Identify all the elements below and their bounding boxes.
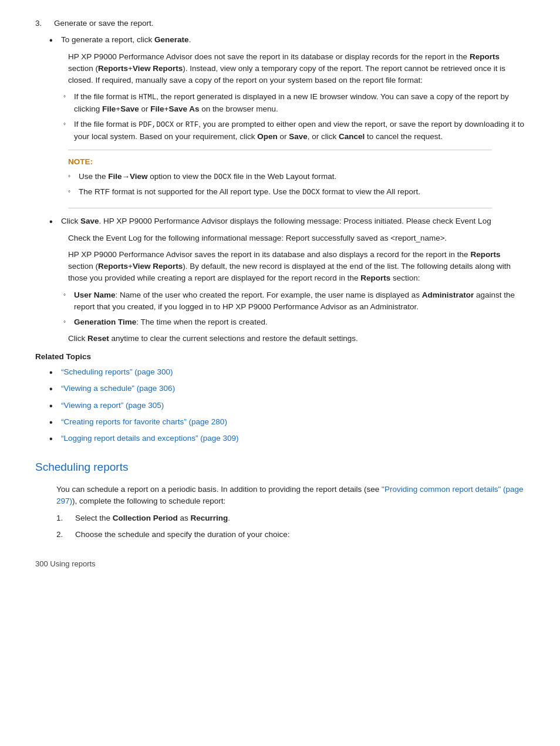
sub-bullet-gentime-text: Generation Time: The time when the repor… <box>74 316 268 328</box>
save-para2: Check the Event Log for the following in… <box>68 232 525 244</box>
circle-gentime: ° <box>63 319 74 328</box>
save-para3: HP XP P9000 Performance Advisor saves th… <box>68 249 525 285</box>
note-label: NOTE: <box>68 156 492 168</box>
circle-pdf: ° <box>63 121 74 143</box>
sched-step-2: 2. Choose the schedule and specify the d… <box>56 529 525 541</box>
reset-line: Click Reset anytime to clear the current… <box>68 333 525 345</box>
sched-step-2-text: Choose the schedule and specify the dura… <box>75 529 289 541</box>
related-bullet-4: • <box>49 416 61 429</box>
sub-bullet-pdf: ° If the file format is PDF,DOCX or RTF,… <box>63 119 525 143</box>
note-box: NOTE: ° Use the File→View option to view… <box>68 150 492 208</box>
sub-bullet-pdf-text: If the file format is PDF,DOCX or RTF, y… <box>74 119 525 143</box>
circle-username: ° <box>63 292 74 313</box>
bullet-save-symbol: • <box>49 215 61 228</box>
sched-step-1: 1. Select the Collection Period as Recur… <box>56 512 525 524</box>
bullet-generate: • To generate a report, click Generate. <box>49 34 525 47</box>
step-3-text: Generate or save the report. <box>54 18 154 29</box>
sched-step-2-num: 2. <box>56 529 75 541</box>
sched-step-1-text: Select the Collection Period as Recurrin… <box>75 512 230 524</box>
bullet-save: • Click Save. HP XP P9000 Performance Ad… <box>49 215 525 228</box>
step-3-number: 3. <box>35 18 54 29</box>
related-bullet-1: • <box>49 366 61 379</box>
scheduling-link[interactable]: "Providing common report details" (page … <box>56 485 524 505</box>
related-link-1[interactable]: • “Scheduling reports” (page 300) <box>49 366 525 379</box>
page-footer: 300 Using reports <box>35 558 525 570</box>
sub-bullet-html-text: If the file format is HTML, the report g… <box>74 91 525 115</box>
page-content: 3. Generate or save the report. • To gen… <box>35 18 525 541</box>
note-item-1: ° Use the File→View option to view the D… <box>68 171 492 183</box>
related-bullet-5: • <box>49 433 61 445</box>
note-item-2: ° The RTF format is not supported for th… <box>68 186 492 198</box>
bullet-save-text: Click Save. HP XP P9000 Performance Advi… <box>61 215 491 228</box>
scheduling-para1: You can schedule a report on a periodic … <box>56 484 525 508</box>
note-item-2-text: The RTF format is not supported for the … <box>79 186 420 198</box>
bullet-generate-text: To generate a report, click Generate. <box>61 34 191 47</box>
sub-bullet-html: ° If the file format is HTML, the report… <box>63 91 525 115</box>
related-bullet-3: • <box>49 400 61 413</box>
step-3: 3. Generate or save the report. <box>35 18 525 29</box>
related-topics-label: Related Topics <box>35 351 525 363</box>
related-link-4-text[interactable]: “Creating reports for favorite charts” (… <box>61 416 227 429</box>
circle-note-2: ° <box>68 188 79 198</box>
related-link-2[interactable]: • “Viewing a schedule” (page 306) <box>49 383 525 396</box>
related-link-3[interactable]: • “Viewing a report” (page 305) <box>49 400 525 413</box>
related-link-5-text[interactable]: “Logging report details and exceptions” … <box>61 433 238 445</box>
related-link-4[interactable]: • “Creating reports for favorite charts”… <box>49 416 525 429</box>
sub-bullet-username-text: User Name: Name of the user who created … <box>74 289 525 313</box>
circle-html: ° <box>63 93 74 115</box>
sched-step-1-num: 1. <box>56 512 75 524</box>
related-link-1-text[interactable]: “Scheduling reports” (page 300) <box>61 366 173 379</box>
related-link-3-text[interactable]: “Viewing a report” (page 305) <box>61 400 164 413</box>
generate-paragraph: HP XP P9000 Performance Advisor does not… <box>68 51 525 87</box>
related-link-2-text[interactable]: “Viewing a schedule” (page 306) <box>61 383 175 396</box>
note-item-1-text: Use the File→View option to view the DOC… <box>79 171 336 183</box>
related-topics: Related Topics • “Scheduling reports” (p… <box>35 351 525 446</box>
related-bullet-2: • <box>49 383 61 396</box>
bullet-generate-symbol: • <box>49 34 61 47</box>
scheduling-reports-heading: Scheduling reports <box>35 459 525 478</box>
sub-bullet-username: ° User Name: Name of the user who create… <box>63 289 525 313</box>
footer-text: 300 Using reports <box>35 559 96 568</box>
related-link-5[interactable]: • “Logging report details and exceptions… <box>49 433 525 445</box>
circle-note-1: ° <box>68 173 79 183</box>
sub-bullet-gentime: ° Generation Time: The time when the rep… <box>63 316 525 328</box>
